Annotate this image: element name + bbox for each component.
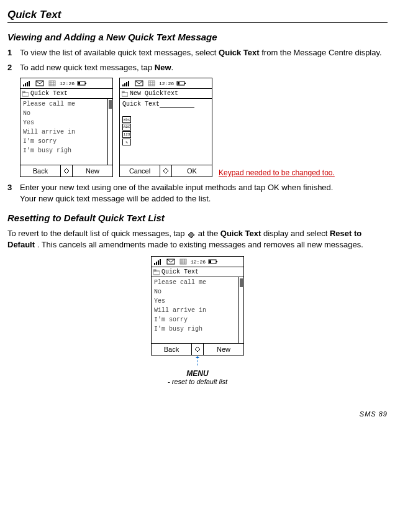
screen-title-bar: Quick Text (20, 89, 112, 99)
step-text: . (171, 63, 174, 72)
list-item[interactable]: Please call me (152, 278, 238, 287)
list-item[interactable]: I'm busy righ (20, 146, 107, 155)
svg-rect-28 (122, 93, 128, 96)
svg-rect-5 (49, 81, 55, 86)
svg-rect-29 (122, 91, 124, 93)
svg-rect-32 (158, 260, 159, 265)
svg-rect-42 (209, 260, 211, 263)
svg-rect-17 (126, 82, 127, 86)
svg-rect-33 (160, 259, 161, 265)
softkey-bar: Back New (20, 165, 112, 177)
step-number: 2 (7, 62, 12, 73)
phone-quick-text-list: 12:26 Quick Text Please call me No Yes W… (20, 78, 113, 177)
svg-rect-2 (27, 82, 28, 86)
screen-title-bar: New QuickText (120, 89, 212, 99)
page-title: Quick Text (7, 9, 388, 23)
list-item[interactable]: No (20, 109, 107, 118)
list-item[interactable]: Will arrive in (20, 127, 107, 137)
status-time: 12:26 (158, 81, 175, 86)
list-item[interactable]: I'm sorry (20, 137, 107, 146)
svg-rect-15 (122, 85, 124, 86)
folder-icon (22, 91, 29, 97)
svg-rect-3 (29, 81, 30, 86)
para-text: . This cancels all amendments made to ex… (35, 240, 363, 249)
screen-title: Quick Text (161, 268, 199, 275)
scroll-thumb[interactable] (109, 100, 112, 109)
battery-icon (176, 80, 187, 87)
status-time: 12:26 (190, 259, 206, 265)
list-item[interactable]: I'm sorry (152, 315, 238, 324)
step-text: from the Message Centre display. (260, 48, 382, 57)
softkey-menu[interactable] (191, 344, 204, 355)
phone-new-quicktext: 12:26 New QuickText Quick Text abc ABC 1… (119, 78, 212, 177)
signal-icon (153, 258, 164, 265)
softkey-back[interactable]: Back (152, 344, 191, 355)
svg-rect-1 (25, 83, 26, 86)
svg-rect-30 (154, 263, 155, 265)
status-bar: 12:26 (152, 257, 243, 267)
softkey-bar: Back New (152, 343, 243, 355)
phone-quick-text-list-2: 12:26 Quick Text Please call me No Yes W… (151, 256, 244, 355)
signal-icon (22, 80, 33, 87)
step-3: 3 Enter your new text using one of the a… (7, 182, 388, 204)
softkey-menu[interactable] (60, 165, 73, 177)
para-text: display and select (261, 229, 330, 238)
step-text: To add new quick text messages, tap (20, 63, 155, 72)
menu-diamond-icon (187, 231, 196, 238)
folder-icon (122, 91, 128, 97)
list-item[interactable]: Please call me (20, 99, 107, 109)
scroll-thumb[interactable] (240, 278, 243, 287)
softkey-cancel[interactable]: Cancel (120, 165, 160, 177)
menu-caption-main: MENU (7, 369, 388, 378)
mode-key[interactable]: ABC (122, 124, 131, 131)
svg-rect-43 (153, 271, 160, 275)
status-bar: 12:26 (120, 78, 212, 89)
mode-key[interactable]: abc (122, 116, 131, 123)
envelope-icon (134, 80, 145, 87)
text-input[interactable]: Quick Text (122, 101, 209, 108)
step-2: 2 To add new quick text messages, tap Ne… (7, 62, 388, 73)
mode-key[interactable]: 123 (122, 131, 131, 138)
input-mode-panel: abc ABC 123 ✎ (122, 116, 209, 145)
envelope-icon (34, 80, 45, 87)
step-number: 1 (7, 47, 12, 58)
callout-arrow (197, 357, 198, 365)
list-item[interactable]: Yes (152, 296, 238, 306)
step-text: Your new quick text message will be adde… (20, 193, 388, 204)
svg-rect-14 (22, 91, 25, 93)
reset-paragraph: To revert to the default list of quick m… (7, 228, 388, 250)
editor-body: Quick Text abc ABC 123 ✎ (120, 99, 212, 165)
section-reset: Resetting to Default Quick Text List (7, 213, 388, 223)
envelope-icon (165, 258, 176, 265)
list-item[interactable]: Yes (20, 118, 107, 127)
svg-rect-0 (23, 85, 24, 86)
softkey-back[interactable]: Back (20, 165, 60, 177)
svg-rect-12 (78, 82, 80, 85)
battery-icon (76, 80, 88, 87)
list-item[interactable]: I'm busy righ (152, 324, 238, 334)
scrollbar[interactable] (107, 99, 112, 165)
svg-rect-20 (148, 81, 155, 86)
svg-rect-44 (153, 270, 156, 271)
screen-title: New QuickText (130, 90, 178, 97)
quick-text-bold: Quick Text (220, 229, 261, 238)
quick-text-bold: Quick Text (219, 48, 260, 57)
svg-rect-11 (85, 83, 86, 84)
softkey-new[interactable]: New (204, 344, 243, 355)
mode-key[interactable]: ✎ (122, 139, 131, 145)
scrollbar[interactable] (238, 277, 243, 343)
screen-title-bar: Quick Text (152, 267, 243, 277)
softkey-new[interactable]: New (73, 165, 112, 177)
svg-rect-16 (124, 83, 125, 86)
svg-rect-41 (216, 261, 217, 262)
menu-caption: MENU - reset to default list (7, 369, 388, 385)
list-item[interactable]: No (152, 287, 238, 296)
svg-rect-31 (156, 262, 157, 265)
section-viewing-adding: Viewing and Adding a New Quick Text Mess… (7, 32, 388, 42)
softkey-ok[interactable]: OK (172, 165, 212, 177)
svg-rect-13 (22, 93, 29, 96)
figure-row-1: 12:26 Quick Text Please call me No Yes W… (20, 78, 388, 177)
list-item[interactable]: Will arrive in (152, 306, 238, 315)
status-bar: 12:26 (20, 78, 112, 89)
softkey-menu[interactable] (160, 165, 172, 177)
